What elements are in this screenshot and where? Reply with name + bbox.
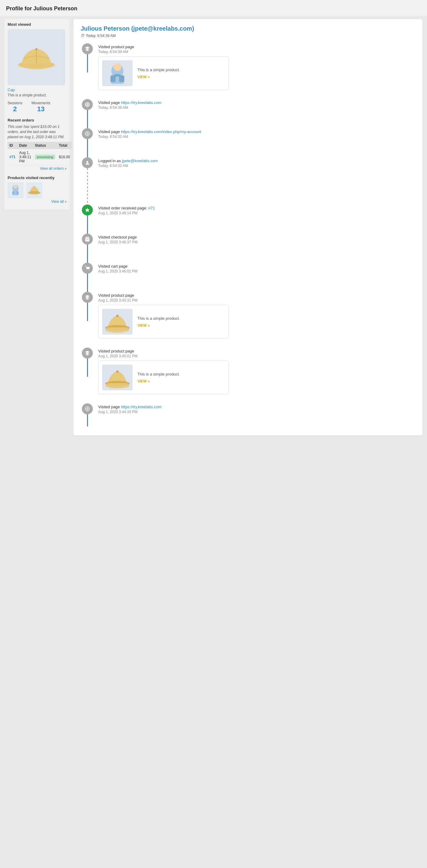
svg-rect-12 [110,75,116,82]
event-title-4: Logged in as jpete@kreelabs.com [98,158,415,163]
svg-point-20 [86,161,88,163]
movements-label: Movements [32,101,50,105]
timeline-icon-globe-10 [82,403,93,414]
timeline-connector-5 [87,216,88,234]
event-title-3: Visited page https://try.kreelabs.com/in… [98,129,415,134]
svg-rect-5 [12,191,15,194]
sidebar: Most viewed Cap This is a simple pr [4,19,70,210]
event-title-1: Visited product page [98,44,415,49]
product-card-8: This is a simple product. VIEW » [98,305,229,339]
timeline-icon-store-1 [82,43,93,54]
product-card-img-hoodie [102,60,133,86]
stats-row: Sessions 2 Movements 13 [7,101,67,113]
movements-stat: Movements 13 [32,101,50,113]
timeline-entry-2: Visited page https://try.kreelabs.com To… [81,99,415,128]
page-title: Profile for Julious Peterson [0,0,427,16]
most-viewed-product-image [7,29,65,85]
event-time-8: Aug 1, 2020 3:45:31 PM [98,298,415,303]
products-visited-title: Products visited recently [7,176,67,180]
order-id-link[interactable]: #71 [9,155,16,159]
recent-orders-title: Recent orders [7,118,67,122]
status-badge: processing [35,155,55,159]
timeline-entry-5: Visited order received page: #71 Aug 1, … [81,205,415,234]
event-title-7: Visited cart page [98,264,415,269]
products-visited-row [7,182,67,198]
product-card-img-cap-9 [102,365,133,390]
profile-header-name: Julious Peterson (jpete@kreelabs.com) [81,25,415,32]
svg-point-28 [116,370,118,372]
svg-point-4 [13,185,17,189]
timeline-entry-4: Logged in as jpete@kreelabs.com Today, 8… [81,157,415,205]
product-thumb-2[interactable] [26,182,42,198]
clock-icon: ⏱ [81,33,85,38]
event-time-3: Today, 8:54:32 AM [98,134,415,139]
timeline-entry-9: Visited product page Aug 1, 2020 3:45:01… [81,348,415,403]
orders-col-date: Date [17,142,33,149]
timeline-content-10: Visited page https://try.kreelabs.com Au… [94,403,415,426]
orders-col-status: Status [33,142,57,149]
svg-point-8 [34,186,35,188]
svg-marker-21 [85,208,90,212]
timeline-icon-cart-7 [82,263,93,274]
timeline-entry-10: Visited page https://try.kreelabs.com Au… [81,403,415,427]
event-title-8: Visited product page [98,293,415,298]
svg-point-11 [113,63,121,71]
event-link-4[interactable]: jpete@kreelabs.com [122,158,158,163]
product-card-1: This is a simple product. VIEW » [98,56,229,90]
orders-col-total: Total [57,142,72,149]
timeline-entry-7: Visited cart page Aug 1, 2020 3:46:02 PM [81,263,415,292]
profile-header-time: ⏱ Today, 8:54:39 AM [81,33,415,38]
table-row: #71 Aug 1, 3:48:11 PM processing $16.00 [7,149,72,165]
orders-col-id: ID [7,142,17,149]
event-time-6: Aug 1, 2020 3:46:37 PM [98,240,415,244]
timeline-connector-4-dashed [87,168,88,205]
most-viewed-product-name[interactable]: Cap [7,88,15,92]
timeline-content-1: Visited product page Today, 8:54:39 AM [94,43,415,99]
product-card-view-link-1[interactable]: VIEW » [137,75,150,79]
timeline-content-6: Visited checkout page Aug 1, 2020 3:46:3… [94,234,415,256]
timeline-icon-bag-6 [82,234,93,245]
timeline-connector-7 [87,274,88,292]
event-title-6: Visited checkout page [98,235,415,240]
event-link-5[interactable]: #71 [148,206,155,210]
event-time-10: Aug 1, 2020 3:44:33 PM [98,410,415,414]
svg-point-14 [114,74,121,77]
event-link-10[interactable]: https://try.kreelabs.com [121,405,161,409]
product-card-desc-1: This is a simple product. [137,68,180,72]
orders-table: ID Date Status Total #71 Aug 1, 3:48:11 … [7,142,72,165]
recent-orders-summary: This user has spent $16.00 on 1 orders, … [7,124,67,140]
product-card-view-link-8[interactable]: VIEW » [137,323,150,328]
order-total: $16.00 [57,149,72,165]
sessions-label: Sessions [7,101,23,105]
timeline-entry-6: Visited checkout page Aug 1, 2020 3:46:3… [81,234,415,263]
svg-rect-6 [17,191,19,194]
view-all-orders-link[interactable]: View all orders » [7,166,67,170]
timeline-icon-store-8 [82,292,93,303]
event-link-2[interactable]: https://try.kreelabs.com [121,100,161,105]
cap-image-svg [17,42,56,72]
timeline-icon-globe-2 [82,99,93,110]
svg-rect-13 [119,75,124,82]
timeline-content-2: Visited page https://try.kreelabs.com To… [94,99,415,121]
movements-value: 13 [32,105,50,113]
timeline-content-3: Visited page https://try.kreelabs.com/in… [94,128,415,150]
svg-point-1 [35,48,37,50]
product-card-img-cap-8 [102,309,133,335]
timeline-entry-3: Visited page https://try.kreelabs.com/in… [81,128,415,157]
event-link-3[interactable]: https://try.kreelabs.com/index.php/my-ac… [121,129,201,134]
sessions-value: 2 [7,105,23,113]
product-card-desc-9: This is a simple product. [137,372,180,376]
timeline-icon-user-4 [82,157,93,168]
event-title-9: Visited product page [98,349,415,353]
timeline: Visited product page Today, 8:54:39 AM [81,43,415,427]
product-card-view-link-9[interactable]: VIEW » [137,379,150,383]
timeline-entry-8: Visited product page Aug 1, 2020 3:45:31… [81,292,415,348]
view-all-products-link[interactable]: View all » [7,199,67,204]
product-thumb-1[interactable] [7,182,23,198]
most-viewed-product-desc: This is a simple product. [7,93,67,97]
main-panel: Julious Peterson (jpete@kreelabs.com) ⏱ … [74,19,423,435]
order-date: Aug 1, 3:48:11 PM [17,149,33,165]
timeline-connector-6 [87,245,88,263]
timeline-content-9: Visited product page Aug 1, 2020 3:45:01… [94,348,415,403]
timeline-content-7: Visited cart page Aug 1, 2020 3:46:02 PM [94,263,415,285]
